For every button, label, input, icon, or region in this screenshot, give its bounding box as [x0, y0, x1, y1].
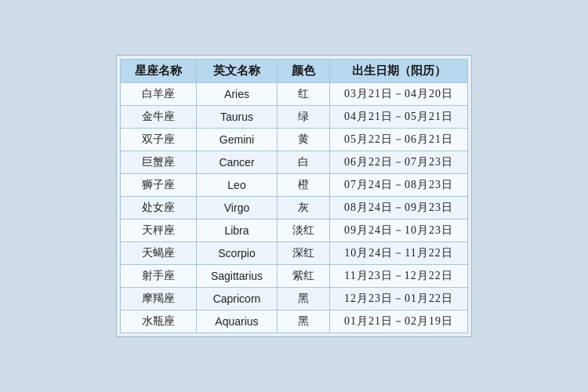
cell-chinese: 巨蟹座 — [120, 151, 196, 174]
table-row: 巨蟹座Cancer白06月22日－07月23日 — [120, 151, 467, 174]
cell-english: Leo — [196, 174, 277, 197]
table-row: 天秤座Libra淡红09月24日－10月23日 — [120, 220, 467, 242]
table-row: 狮子座Leo橙07月24日－08月23日 — [120, 174, 467, 197]
table-header-row: 星座名称 英文名称 颜色 出生日期（阳历） — [120, 60, 467, 83]
cell-english: Aries — [196, 83, 277, 106]
cell-color: 红 — [278, 83, 330, 106]
cell-english: Aquarius — [196, 310, 277, 333]
cell-chinese: 白羊座 — [120, 83, 196, 106]
cell-dates: 04月21日－05月21日 — [330, 106, 468, 129]
cell-color: 紫红 — [278, 265, 330, 288]
cell-chinese: 狮子座 — [120, 174, 196, 197]
cell-dates: 01月21日－02月19日 — [330, 310, 468, 333]
table-row: 白羊座Aries红03月21日－04月20日 — [120, 83, 467, 106]
cell-chinese: 摩羯座 — [120, 288, 196, 310]
cell-color: 绿 — [278, 106, 330, 129]
cell-chinese: 金牛座 — [120, 106, 196, 129]
cell-dates: 09月24日－10月23日 — [330, 220, 468, 242]
cell-color: 橙 — [278, 174, 330, 197]
cell-english: Cancer — [196, 151, 277, 174]
table-row: 天蝎座Scorpio深红10月24日－11月22日 — [120, 242, 467, 265]
cell-color: 深红 — [278, 242, 330, 265]
table-row: 水瓶座Aquarius黑01月21日－02月19日 — [120, 310, 467, 333]
col-header-color: 颜色 — [278, 60, 330, 83]
cell-chinese: 天蝎座 — [120, 242, 196, 265]
cell-color: 黑 — [278, 288, 330, 310]
cell-dates: 11月23日－12月22日 — [330, 265, 468, 288]
cell-english: Taurus — [196, 106, 277, 129]
cell-english: Libra — [196, 220, 277, 242]
col-header-chinese: 星座名称 — [120, 60, 196, 83]
cell-chinese: 水瓶座 — [120, 310, 196, 333]
cell-color: 白 — [278, 151, 330, 174]
cell-dates: 07月24日－08月23日 — [330, 174, 468, 197]
cell-chinese: 射手座 — [120, 265, 196, 288]
table-row: 双子座Gemini黄05月22日－06月21日 — [120, 129, 467, 151]
table-row: 处女座Virgo灰08月24日－09月23日 — [120, 197, 467, 220]
cell-dates: 06月22日－07月23日 — [330, 151, 468, 174]
cell-chinese: 天秤座 — [120, 220, 196, 242]
zodiac-table: 星座名称 英文名称 颜色 出生日期（阳历） 白羊座Aries红03月21日－04… — [120, 59, 468, 333]
cell-color: 黑 — [278, 310, 330, 333]
col-header-dates: 出生日期（阳历） — [330, 60, 468, 83]
cell-english: Sagittarius — [196, 265, 277, 288]
cell-english: Capricorn — [196, 288, 277, 310]
cell-color: 淡红 — [278, 220, 330, 242]
cell-color: 黄 — [278, 129, 330, 151]
zodiac-table-wrapper: 星座名称 英文名称 颜色 出生日期（阳历） 白羊座Aries红03月21日－04… — [116, 55, 472, 337]
cell-color: 灰 — [278, 197, 330, 220]
cell-chinese: 处女座 — [120, 197, 196, 220]
cell-dates: 12月23日－01月22日 — [330, 288, 468, 310]
table-row: 射手座Sagittarius紫红11月23日－12月22日 — [120, 265, 467, 288]
cell-english: Virgo — [196, 197, 277, 220]
col-header-english: 英文名称 — [196, 60, 277, 83]
cell-dates: 05月22日－06月21日 — [330, 129, 468, 151]
cell-dates: 03月21日－04月20日 — [330, 83, 468, 106]
table-row: 摩羯座Capricorn黑12月23日－01月22日 — [120, 288, 467, 310]
cell-dates: 08月24日－09月23日 — [330, 197, 468, 220]
cell-english: Gemini — [196, 129, 277, 151]
cell-chinese: 双子座 — [120, 129, 196, 151]
cell-english: Scorpio — [196, 242, 277, 265]
cell-dates: 10月24日－11月22日 — [330, 242, 468, 265]
table-row: 金牛座Taurus绿04月21日－05月21日 — [120, 106, 467, 129]
